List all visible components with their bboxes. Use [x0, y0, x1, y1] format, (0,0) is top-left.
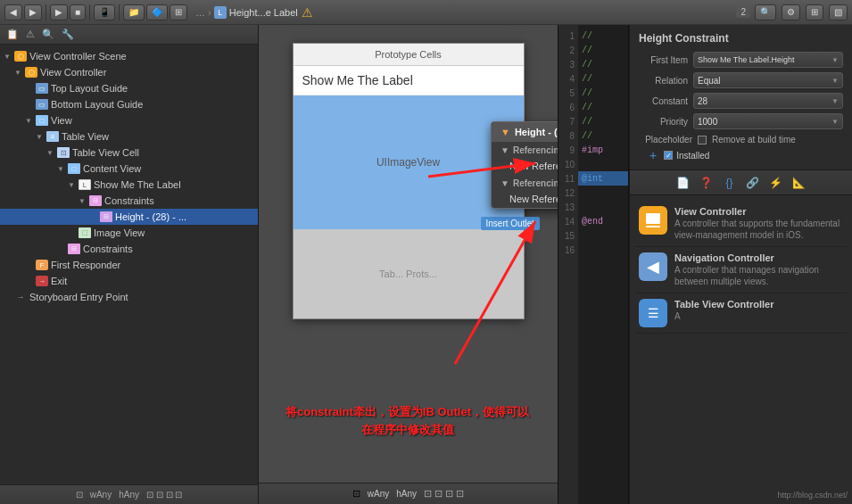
first-item-label: First Item [639, 55, 688, 65]
tree-item-vc[interactable]: ⬡ View Controller [0, 64, 258, 80]
tree-item-storyboard-entry[interactable]: → Storyboard Entry Point [0, 289, 258, 305]
tree-label-table-cell: Table View Cell [72, 147, 139, 158]
tree-icon-bottom-layout: ▭ [36, 99, 48, 110]
tree-item-top-layout[interactable]: ▭ Top Layout Guide [0, 80, 258, 96]
tree-item-image-view[interactable]: ⬚ Image View [0, 225, 258, 241]
run-btn[interactable]: ▶ [50, 4, 68, 21]
tree-item-label[interactable]: L Show Me The Label [0, 177, 258, 193]
stop-btn[interactable]: ■ [70, 4, 86, 21]
popup-section-outlets: ▼ Referencing Outlets [492, 142, 558, 157]
popup-item-new-outlet[interactable]: New Referencing Outlet [492, 157, 558, 175]
connection-popup[interactable]: ▼ Height - (28) - Show Me Th... ▼ Refere… [491, 121, 558, 209]
inspector-tab-quick[interactable]: ❓ [696, 174, 717, 192]
priority-select[interactable]: 1000 ▼ [693, 113, 843, 129]
grid-btn[interactable]: ⊞ [170, 4, 187, 21]
line-num-7: 7 [558, 114, 578, 128]
tree-item-content-view[interactable]: □ Content View [0, 161, 258, 177]
tree-icon-constraints-table: ⊟ [68, 244, 80, 254]
nav-btn[interactable]: 📁 [123, 4, 145, 21]
tree-item-view[interactable]: □ View [0, 112, 258, 128]
constant-select[interactable]: 28 ▼ [693, 93, 843, 109]
code-panel: 1 2 3 4 5 6 7 8 9 10 11 12 13 14 15 16 /… [558, 25, 629, 504]
tree-item-constraints-label[interactable]: ⊟ Constraints [0, 193, 258, 209]
tree-item-table-cell[interactable]: ⊡ Table View Cell [0, 145, 258, 161]
library-item-nav[interactable]: ◀ Navigation Controller A controller tha… [635, 247, 847, 293]
priority-row: Priority 1000 ▼ [639, 113, 843, 129]
breadcrumb-sep: › [208, 7, 211, 18]
tree-icon-constraints-label: ⊟ [89, 195, 102, 206]
layout-btn[interactable]: ⊞ [806, 4, 823, 21]
canvas-size-w: wAny [368, 489, 389, 499]
left-navigator-panel: 📋 ⚠ 🔍 🔧 ⬡ View Controller Scene ⬡ View C… [0, 25, 259, 504]
tree-item-exit[interactable]: → Exit [0, 273, 258, 289]
tree-item-constraints-table[interactable]: ⊟ Constraints [0, 241, 258, 257]
library-item-vc[interactable]: View Controller A controller that suppor… [635, 201, 847, 247]
tree-label-bottom-layout: Bottom Layout Guide [51, 99, 143, 110]
tree-item-height-constraint[interactable]: ⊟ Height - (28) - ... [0, 209, 258, 225]
tree-item-table-view[interactable]: ≡ Table View [0, 128, 258, 145]
navigator-tree: ⬡ View Controller Scene ⬡ View Controlle… [0, 45, 258, 484]
priority-arrow: ▼ [831, 118, 839, 126]
popup-section-collections: ▼ Referencing Outlet Collections [492, 175, 558, 190]
inspector-tab-attributes[interactable]: ⚡ [765, 174, 787, 192]
simulator-frame: Prototype Cells Show Me The Label UIImag… [293, 43, 525, 319]
storyboard-btn[interactable]: 🔷 [146, 4, 168, 21]
library-text-nav: Navigation Controller A controller that … [674, 252, 843, 287]
forward-btn[interactable]: ▶ [24, 4, 42, 21]
bottom-bar-size-h: hAny [119, 490, 139, 500]
installed-checkbox[interactable]: ✓ [664, 151, 673, 160]
nav-icon-1[interactable]: 📋 [4, 28, 21, 41]
first-item-select[interactable]: Show Me The Label.Height ▼ [693, 52, 843, 68]
back-btn[interactable]: ◀ [4, 4, 22, 21]
code-line-14: @end [578, 214, 628, 228]
inspector-tab-size[interactable]: 📐 [789, 174, 810, 192]
placeholder-checkbox[interactable] [698, 136, 707, 145]
canvas-bottom-icon: ⊡ [352, 488, 360, 500]
tree-label-view: View [51, 115, 72, 126]
inspector-tab-connection[interactable]: 🔗 [742, 174, 764, 192]
tree-item-bottom-layout[interactable]: ▭ Bottom Layout Guide [0, 96, 258, 112]
code-line-5: // [578, 86, 628, 100]
prototype-cells-header: Prototype Cells [294, 44, 524, 66]
code-content: // // // // // // // // #imp @int @end [578, 25, 628, 504]
sim-gray-area: Tab... Prots... [294, 229, 524, 318]
code-line-6: // [578, 100, 628, 114]
library-item-table[interactable]: ☰ Table View Controller A [635, 293, 847, 334]
tree-arrow-label [68, 181, 79, 189]
popup-item-new-collection[interactable]: New Referencing Outlet Coll... [492, 190, 558, 208]
installed-label: Installed [676, 151, 709, 161]
relation-arrow: ▼ [831, 77, 839, 85]
line-num-9: 9 [558, 143, 578, 157]
popup-section-collections-label: Referencing Outlet Collections [513, 178, 558, 188]
code-line-16 [578, 243, 628, 257]
bottom-bar-size-w: wAny [90, 490, 112, 500]
constant-arrow: ▼ [831, 97, 839, 105]
tree-item-first-responder[interactable]: F First Responder [0, 257, 258, 273]
tree-item-vc-scene[interactable]: ⬡ View Controller Scene [0, 48, 258, 64]
constant-value: 28 [698, 96, 707, 106]
placeholder-checkbox-label: Remove at build time [712, 135, 796, 145]
library-text-table: Table View Controller A [674, 299, 843, 322]
nav-icon-3[interactable]: 🔍 [39, 28, 57, 41]
settings-btn[interactable]: ⚙ [782, 4, 800, 21]
first-item-row: First Item Show Me The Label.Height ▼ [639, 52, 843, 68]
inspector-tab-file[interactable]: 📄 [673, 174, 694, 192]
toggle-right-btn[interactable]: ▧ [829, 4, 848, 21]
svg-rect-3 [646, 213, 660, 224]
tree-icon-image-view: ⬚ [79, 227, 91, 238]
inspector-tab-object[interactable]: {} [719, 174, 740, 192]
add-btn[interactable]: + [646, 148, 660, 162]
nav-icon-4[interactable]: 🔧 [59, 28, 77, 41]
relation-select[interactable]: Equal ▼ [693, 72, 843, 88]
nav-icon-2[interactable]: ⚠ [23, 28, 37, 41]
placeholder-label-static: Placeholder [639, 135, 692, 145]
popup-arrow: ▼ [500, 127, 510, 137]
scheme-btn[interactable]: 📱 [94, 4, 115, 21]
line-num-13: 13 [558, 200, 578, 214]
line-num-2: 2 [558, 43, 578, 57]
inspector-btn[interactable]: 🔍 [755, 4, 776, 21]
library-desc-table: A [674, 310, 843, 322]
code-line-1: // [578, 29, 628, 43]
inspector-tabs: 📄 ❓ {} 🔗 ⚡ 📐 [630, 170, 852, 195]
library-icon-vc [639, 206, 667, 235]
